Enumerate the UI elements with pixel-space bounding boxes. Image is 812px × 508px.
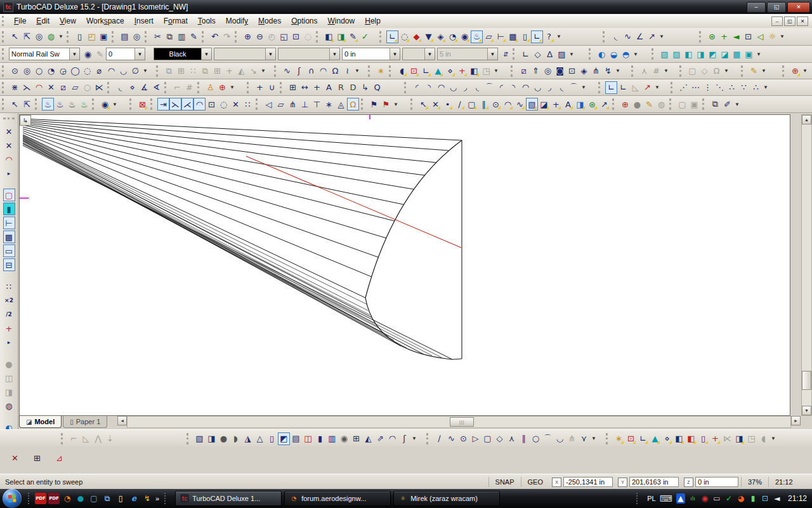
horizontal-scroll-thumb[interactable]: ||| bbox=[450, 417, 474, 427]
cut-button[interactable]: ✂ bbox=[152, 30, 164, 43]
paste-button[interactable]: ▥ bbox=[176, 30, 188, 43]
toolbar-grip[interactable] bbox=[2, 82, 7, 93]
tool-image-button[interactable]: ◨ bbox=[574, 98, 586, 110]
scroll-down-icon[interactable]: ▼ bbox=[802, 406, 811, 415]
workplane-frame-button[interactable]: ⊡ bbox=[625, 432, 637, 445]
quicklaunch-overflow-chevron[interactable]: » bbox=[155, 495, 159, 502]
toolbar-grip[interactable] bbox=[410, 98, 416, 110]
pen-ne-button[interactable]: ✐ bbox=[721, 98, 733, 110]
flag-arrow-button[interactable]: ⋉ bbox=[93, 81, 105, 94]
view-cube-2-button[interactable]: ▨ bbox=[671, 48, 683, 60]
toolbar-overflow-button[interactable]: ▼ bbox=[723, 65, 730, 77]
arc-a8-button[interactable]: ◠ bbox=[520, 81, 532, 94]
updater-icon[interactable]: ◕ bbox=[737, 493, 745, 504]
circle-concentric-button[interactable]: ◎ bbox=[21, 65, 33, 77]
chevron-down-icon[interactable]: ▼ bbox=[201, 48, 211, 60]
pan-button[interactable]: ◌ bbox=[302, 30, 314, 43]
copy-cone-button[interactable]: ◭ bbox=[235, 65, 247, 77]
toolbar-overflow-button[interactable]: ▼ bbox=[492, 65, 500, 77]
snap-vertex-q-button[interactable]: ◁ bbox=[263, 98, 275, 110]
tool-rect-button[interactable]: ▢ bbox=[466, 98, 478, 110]
arc-30-button[interactable]: ◠ bbox=[386, 432, 398, 445]
chevron-down-icon[interactable]: ▼ bbox=[390, 48, 400, 60]
pdf-reader-icon[interactable]: PDF bbox=[48, 493, 60, 504]
ghost-drop-button[interactable]: ⇣ bbox=[104, 432, 116, 445]
toolbar-overflow-button[interactable]: ▼ bbox=[141, 65, 149, 77]
toolbar-grip[interactable] bbox=[2, 31, 7, 43]
workplane-poly-button[interactable]: ⋄ bbox=[661, 432, 673, 445]
menu-window[interactable]: Window bbox=[323, 15, 360, 27]
dots-circle-1-button[interactable]: ∵ bbox=[738, 81, 750, 94]
dim-datum-button[interactable]: Q bbox=[371, 81, 383, 94]
spline-s-button[interactable]: ʃ bbox=[293, 65, 305, 77]
hatch-plus-button[interactable]: # bbox=[183, 81, 195, 94]
polyline-2d-button[interactable]: ∿ bbox=[445, 432, 457, 445]
ghost-corner-button[interactable]: ⌐ bbox=[68, 432, 80, 445]
toolbar-grip[interactable] bbox=[129, 98, 134, 110]
workplane-render-button[interactable]: ◖ bbox=[757, 432, 769, 445]
chevron-down-icon[interactable]: ▼ bbox=[134, 48, 145, 60]
globe-ghost-button[interactable]: ◍ bbox=[655, 98, 667, 110]
snap-circle-button[interactable]: ◌ bbox=[218, 98, 230, 110]
move-node-button[interactable]: + bbox=[456, 65, 468, 77]
workplane-by-face-button[interactable]: ◇ bbox=[532, 48, 544, 60]
tray-grip[interactable] bbox=[636, 493, 641, 504]
save-button[interactable]: ▣ bbox=[98, 30, 110, 43]
chevron-down-icon[interactable]: ▼ bbox=[69, 48, 79, 60]
light-sun-button[interactable]: ☼ bbox=[766, 30, 778, 43]
new-document-icon[interactable]: ▯ bbox=[115, 493, 126, 504]
ltrim-x-button[interactable]: ✕ bbox=[3, 139, 15, 152]
workplane-2-button[interactable]: ◧ bbox=[685, 432, 697, 445]
toolbar-grip[interactable] bbox=[92, 98, 97, 110]
help-book-button[interactable]: ? bbox=[543, 30, 555, 43]
ldim-1-button[interactable]: ▭ bbox=[3, 244, 15, 257]
workplane-ucs-button[interactable]: ∟ bbox=[637, 432, 649, 445]
angle-2d-button[interactable]: ⋏ bbox=[506, 432, 518, 445]
poly-curve-button[interactable]: ∿ bbox=[622, 30, 634, 43]
snap-intersect-button[interactable]: ✕ bbox=[230, 98, 242, 110]
mdi-minimize-button[interactable]: – bbox=[771, 17, 783, 26]
snap-magnetic-button[interactable]: Ω bbox=[347, 98, 359, 110]
select-lasso-button[interactable]: Ω bbox=[710, 65, 723, 77]
arc-13-button[interactable]: ⌒ bbox=[483, 81, 495, 94]
disc-3d-button[interactable]: ◉ bbox=[338, 432, 350, 445]
toolbar-grip[interactable] bbox=[256, 98, 261, 110]
lbox-b-button[interactable]: ◨ bbox=[3, 385, 15, 398]
workplane-cone-button[interactable]: ▲ bbox=[649, 432, 661, 445]
arc-a10-button[interactable]: ◞ bbox=[544, 81, 556, 94]
tab-model[interactable]: ◪ Model bbox=[19, 416, 62, 428]
snap-grid-button[interactable]: ∷ bbox=[242, 98, 254, 110]
wing-sweep-drawing[interactable] bbox=[20, 115, 790, 415]
toolbar-grip[interactable] bbox=[368, 65, 373, 77]
bool-union-button[interactable]: ◐ bbox=[596, 48, 608, 60]
pen-small-icon[interactable]: ✎ bbox=[94, 48, 106, 60]
y-coordinate-field[interactable]: 201,6163 in bbox=[629, 477, 679, 487]
erase-render-button[interactable]: ◌ bbox=[398, 30, 410, 43]
snap-cone-button[interactable]: ◬ bbox=[335, 98, 347, 110]
toolbar-grip[interactable] bbox=[2, 98, 7, 110]
toolbar-grip[interactable] bbox=[112, 31, 117, 43]
keyboard-icon[interactable]: ⌨ bbox=[660, 493, 672, 504]
tool-multiline-button[interactable]: ∥ bbox=[478, 98, 490, 110]
tool-select-button[interactable]: ↖ bbox=[417, 98, 429, 110]
trim-cross-button[interactable]: ⋋ bbox=[21, 81, 33, 94]
zoom-full-button[interactable]: ⊡ bbox=[290, 30, 302, 43]
toolbar-grip[interactable] bbox=[404, 82, 409, 93]
toolbar-grip[interactable] bbox=[603, 31, 608, 43]
sel-ghost-2-button[interactable]: ▣ bbox=[688, 98, 700, 110]
toolbar-overflow-button[interactable]: ▼ bbox=[590, 432, 598, 445]
toolbar-grip[interactable] bbox=[699, 31, 704, 43]
zoom-out-button[interactable]: ⊖ bbox=[254, 30, 266, 43]
hemisphere-3d-button[interactable]: ◗ bbox=[230, 432, 242, 445]
circle-3point-button[interactable]: ◌ bbox=[81, 65, 93, 77]
toolbar-grip[interactable] bbox=[598, 82, 603, 93]
view-cube-wire-button[interactable]: ▧ bbox=[658, 48, 671, 60]
toolbar-grip[interactable] bbox=[679, 65, 684, 77]
toolbar-overflow-button[interactable]: ▼ bbox=[755, 48, 763, 60]
polygon-2d-button[interactable]: ▷ bbox=[469, 432, 481, 445]
workplane-move-button[interactable]: + bbox=[709, 432, 721, 445]
layer-combo[interactable]: 0▼ bbox=[106, 48, 145, 60]
poly-select-button[interactable]: ⋄ bbox=[444, 65, 456, 77]
lhatch-circle-button[interactable]: ◍ bbox=[3, 399, 15, 412]
render-hidden-button[interactable]: ♨ bbox=[54, 98, 66, 110]
